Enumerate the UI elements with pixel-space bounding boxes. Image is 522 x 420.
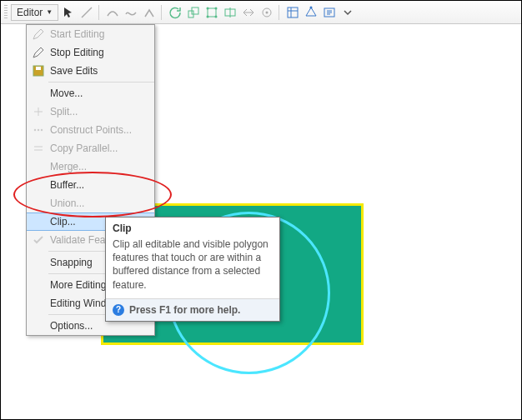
create-features-icon[interactable] — [321, 4, 338, 21]
cursor-icon[interactable] — [60, 4, 77, 21]
sketch-icon[interactable] — [303, 4, 319, 21]
menu-label: Split... — [50, 106, 149, 118]
tooltip-title: Clip — [106, 218, 279, 236]
editor-dropdown-button[interactable]: Editor ▼ — [11, 4, 58, 21]
menu-label: Save Edits — [50, 65, 149, 77]
toolbar-grip-icon — [4, 5, 8, 20]
menu-copy-parallel[interactable]: Copy Parallel... — [27, 139, 154, 158]
editor-toolbar: Editor ▼ — [1, 1, 521, 24]
freehand-tool-icon[interactable] — [123, 4, 139, 21]
svg-point-11 — [310, 6, 313, 8]
tooltip-body: Clip all editable and visible polygon fe… — [106, 236, 279, 298]
tooltip-footer: ? Press F1 for more help. — [106, 298, 279, 321]
pencil-stop-icon — [30, 46, 47, 59]
help-icon: ? — [113, 304, 124, 316]
attributes-icon[interactable] — [284, 4, 301, 21]
merge-icon — [30, 160, 47, 173]
toolbar-separator — [161, 5, 162, 20]
svg-rect-10 — [288, 8, 298, 18]
menu-label: Options... — [50, 320, 149, 332]
tooltip-footer-text: Press F1 for more help. — [129, 304, 240, 316]
point-tool-icon[interactable] — [258, 4, 275, 21]
blank-icon — [30, 319, 47, 332]
menu-move[interactable]: Move... — [27, 84, 154, 102]
menu-label: Construct Points... — [50, 124, 149, 136]
menu-union[interactable]: Union... — [27, 194, 154, 212]
validate-icon — [30, 233, 47, 247]
menu-label: Union... — [50, 198, 149, 209]
menu-buffer[interactable]: Buffer... — [27, 176, 154, 194]
svg-point-3 — [207, 7, 209, 9]
menu-construct-points[interactable]: Construct Points... — [27, 121, 154, 139]
cut-polygon-icon[interactable] — [222, 4, 238, 21]
menu-label: Stop Editing — [50, 47, 149, 58]
toolbar-separator — [279, 5, 279, 20]
svg-point-6 — [207, 15, 209, 18]
parallel-icon — [30, 142, 47, 155]
line-tool-icon[interactable] — [78, 4, 95, 21]
menu-separator — [48, 82, 154, 82]
svg-point-15 — [34, 129, 36, 131]
tooltip: Clip Clip all editable and visible polyg… — [105, 217, 280, 322]
svg-point-4 — [215, 7, 218, 9]
pencil-icon — [30, 28, 47, 41]
rotate-tool-icon[interactable] — [167, 4, 183, 21]
split-icon — [30, 105, 47, 118]
menu-label: Start Editing — [50, 28, 149, 40]
svg-rect-14 — [36, 67, 41, 70]
blank-icon — [30, 297, 47, 310]
svg-point-16 — [38, 129, 39, 131]
union-icon — [30, 197, 47, 210]
chevron-down-icon: ▼ — [46, 8, 53, 16]
menu-stop-editing[interactable]: Stop Editing — [27, 43, 154, 62]
menu-label: Move... — [50, 88, 149, 99]
blank-icon — [30, 256, 47, 269]
menu-label: Copy Parallel... — [50, 142, 149, 154]
split-tool-icon[interactable] — [240, 4, 257, 21]
svg-point-17 — [41, 129, 43, 131]
reshape-tool-icon[interactable] — [203, 4, 220, 21]
toolbar-separator — [98, 5, 99, 20]
menu-start-editing[interactable]: Start Editing — [27, 25, 154, 43]
dropdown-caret-icon[interactable] — [339, 4, 356, 21]
save-icon — [30, 64, 47, 78]
trace-tool-icon[interactable] — [141, 4, 158, 21]
editor-button-label: Editor — [17, 7, 43, 18]
blank-icon — [30, 278, 47, 292]
clip-icon — [30, 215, 47, 228]
menu-label: Buffer... — [50, 179, 149, 191]
menu-merge[interactable]: Merge... — [27, 158, 154, 176]
svg-rect-2 — [208, 8, 216, 17]
curve-tool-icon[interactable] — [104, 4, 121, 21]
menu-save-edits[interactable]: Save Edits — [27, 62, 154, 80]
svg-point-9 — [266, 11, 269, 13]
points-icon — [30, 123, 47, 137]
buffer-icon — [30, 178, 47, 192]
blank-icon — [30, 87, 47, 100]
menu-label: Merge... — [50, 161, 149, 172]
scale-tool-icon[interactable] — [185, 4, 202, 21]
menu-split[interactable]: Split... — [27, 102, 154, 121]
svg-point-5 — [215, 15, 218, 18]
